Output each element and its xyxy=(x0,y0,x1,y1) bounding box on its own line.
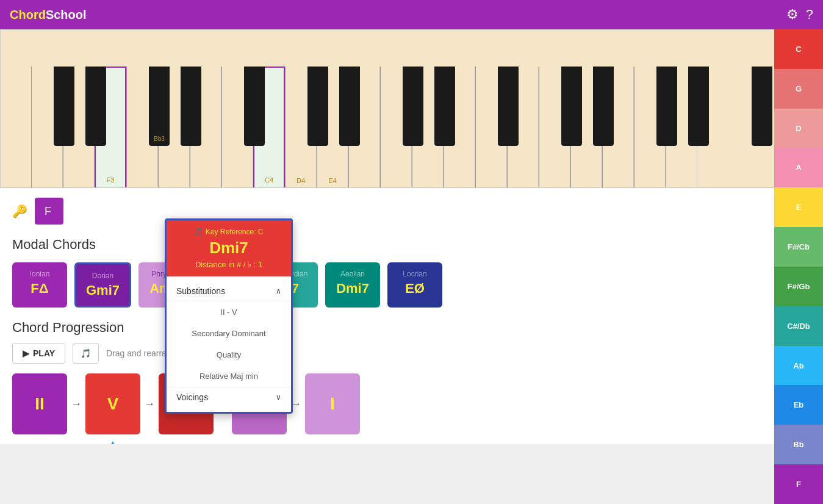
prog-card-ii[interactable]: II xyxy=(12,373,67,434)
tooltip-distance: Distance in # / ♭ : 1 xyxy=(174,260,284,269)
logo-chord: Chord xyxy=(10,8,46,21)
key-icon: 🔑 xyxy=(12,204,27,218)
voicings-header: Voicings ∨ xyxy=(176,392,281,402)
play-icon: ▶ xyxy=(23,348,29,358)
substitutions-chevron: ∧ xyxy=(276,287,281,295)
arrow-2: → xyxy=(144,398,155,411)
substitutions-tooltip: 🎵 Key Reference: C Dmi7 Distance in # / … xyxy=(165,218,293,414)
tooltip-body: Substitutions ∧ II - V Secondary Dominan… xyxy=(167,276,291,412)
prog-card-i[interactable]: I xyxy=(305,373,360,434)
black-key-12[interactable] xyxy=(593,67,614,146)
black-key-13[interactable] xyxy=(656,67,677,146)
help-icon[interactable]: ? xyxy=(806,7,813,23)
chord-progression-title: Chord Progression xyxy=(12,320,811,336)
arrow-1: → xyxy=(71,398,82,411)
app-logo: ChordSchool xyxy=(10,8,87,22)
tune-icon: 🎵 xyxy=(81,348,91,358)
tooltip-item-secondary-dominant[interactable]: Secondary Dominant xyxy=(167,323,291,344)
key-panel-item-F#-Cb[interactable]: F#/Cb xyxy=(774,227,823,267)
prog-roman-v1: V xyxy=(107,394,119,414)
key-panel-item-E[interactable]: E xyxy=(774,187,823,227)
black-key-bb3-label: Bb3 xyxy=(154,135,165,142)
progression-controls: ▶ PLAY 🎵 Drag and rearrange the chords xyxy=(12,343,811,364)
chord-card-ionian[interactable]: Ionian FΔ xyxy=(12,262,67,308)
key-panel-item-Eb[interactable]: Eb xyxy=(774,385,823,425)
play-button[interactable]: ▶ PLAY xyxy=(12,343,65,364)
black-key-2[interactable] xyxy=(85,67,106,146)
main-content: 🔑 F C G Modal Chords Ionian FΔ Dorian Gm… xyxy=(0,188,823,444)
voicings-label: Voicings xyxy=(176,392,208,402)
key-panel-item-Ab[interactable]: Ab xyxy=(774,346,823,386)
tooltip-item-quality[interactable]: Quality xyxy=(167,344,291,365)
key-panel-item-G[interactable]: G xyxy=(774,69,823,109)
mode-label-dorian: Dorian xyxy=(86,272,120,280)
key-dropdown-wrapper: F C G xyxy=(35,198,706,225)
key-selector-row: 🔑 F C G xyxy=(12,198,811,225)
black-key-14[interactable] xyxy=(688,67,709,146)
modal-chords-title: Modal Chords xyxy=(12,237,811,253)
key-panel-item-D[interactable]: D xyxy=(774,109,823,148)
mode-label-ionian: Ionian xyxy=(22,270,57,278)
key-panel-item-F#-Gb[interactable]: F#/Gb xyxy=(774,267,823,306)
key-panel-item-A[interactable]: A xyxy=(774,148,823,187)
black-key-7[interactable] xyxy=(339,67,360,146)
tooltip-header: 🎵 Key Reference: C Dmi7 Distance in # / … xyxy=(167,220,291,276)
tooltip-key-ref: 🎵 Key Reference: C xyxy=(174,228,284,236)
black-key-3[interactable]: Bb3 xyxy=(149,67,170,146)
piano-container: F3 C4 D4 E4 Bb3 xyxy=(0,29,823,188)
chord-name-ionian: FΔ xyxy=(22,281,57,297)
black-key-4[interactable] xyxy=(181,67,201,146)
substitutions-label: Substitutions xyxy=(176,286,225,296)
chord-name-aeolian: Dmi7 xyxy=(335,281,370,297)
key-panel-item-C[interactable]: C xyxy=(774,29,823,69)
settings-icon[interactable]: ⚙ xyxy=(786,7,799,23)
chord-name-locrian: EØ xyxy=(397,281,433,297)
prog-card-v1[interactable]: V ▲ xyxy=(85,373,140,434)
modal-chords-row: Ionian FΔ Dorian Gmi7 Phrygian Ami7 Lydi… xyxy=(12,262,811,308)
prog-roman-i: I xyxy=(330,394,335,414)
chord-card-dorian[interactable]: Dorian Gmi7 xyxy=(74,262,131,308)
app-header: ChordSchool ⚙ ? xyxy=(0,0,823,29)
progression-row: II → V ▲ → V → V → I Modify the Dorian xyxy=(12,373,811,434)
key-panel: CGDAEF#/CbF#/GbC#/DbAbEbBbF xyxy=(774,29,823,444)
black-key-10[interactable] xyxy=(498,67,519,146)
key-dropdown[interactable]: F C G xyxy=(35,198,63,225)
header-icons: ⚙ ? xyxy=(786,7,813,23)
key-panel-item-C#-Db[interactable]: C#/Db xyxy=(774,306,823,346)
key-panel-item-Bb[interactable]: Bb xyxy=(774,425,823,444)
chord-name-dorian: Gmi7 xyxy=(86,283,120,298)
prog-roman-ii: II xyxy=(35,394,45,414)
tooltip-item-relative-maj-min[interactable]: Relative Maj min xyxy=(167,365,291,387)
tune-button[interactable]: 🎵 xyxy=(73,343,99,364)
voicings-chevron: ∨ xyxy=(276,393,281,401)
black-key-1[interactable] xyxy=(54,67,74,146)
logo-school: School xyxy=(46,8,87,21)
tooltip-chord: Dmi7 xyxy=(174,239,284,257)
chord-card-locrian[interactable]: Locrian EØ xyxy=(387,262,442,308)
chord-card-aeolian[interactable]: Aeolian Dmi7 xyxy=(325,262,380,308)
black-key-15[interactable] xyxy=(752,67,772,146)
mode-label-aeolian: Aeolian xyxy=(335,270,370,278)
play-label: PLAY xyxy=(33,348,55,358)
tooltip-item-ii-v[interactable]: II - V xyxy=(167,301,291,323)
black-key-5[interactable] xyxy=(244,67,265,146)
mode-label-locrian: Locrian xyxy=(397,270,433,278)
black-key-6[interactable] xyxy=(307,67,328,146)
black-key-11[interactable] xyxy=(561,67,582,146)
blue-arrow-up: ▲ xyxy=(106,436,120,444)
black-key-9[interactable] xyxy=(434,67,455,146)
substitutions-section[interactable]: Substitutions ∧ xyxy=(167,281,291,301)
black-key-8[interactable] xyxy=(403,67,423,146)
voicings-section[interactable]: Voicings ∨ xyxy=(167,387,291,407)
substitutions-header: Substitutions ∧ xyxy=(176,286,281,296)
